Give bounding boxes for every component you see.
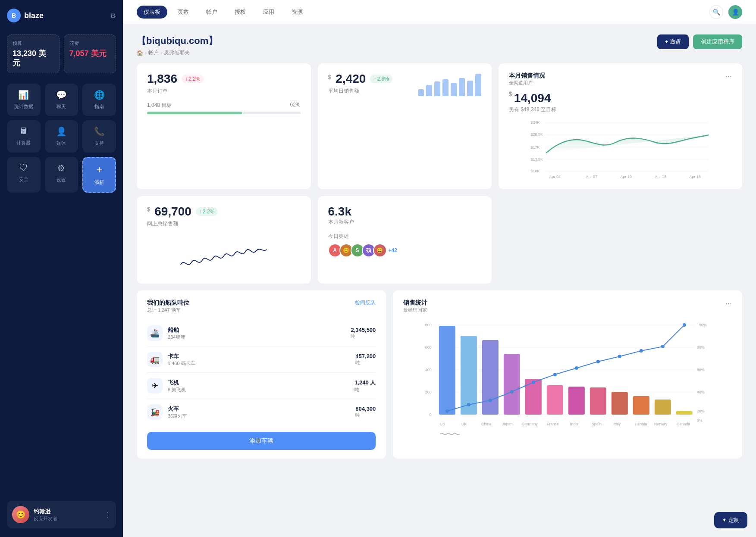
heroes-section: 今日英雄 A 😊 S 碩 😄 +42 [328, 233, 482, 257]
top-nav-actions: 🔍 👤 [709, 5, 742, 19]
fleet-item-ship: 🚢 船舶 234艘艘 2,345,500 吨 [147, 320, 376, 347]
total-sales-value: 69,700 [154, 205, 191, 219]
logo-text: blaze [24, 11, 44, 20]
add-vehicle-button[interactable]: 添加车辆 [147, 432, 376, 450]
tab-account[interactable]: 帐户 [199, 6, 224, 19]
progress-label: 1,048 目标 [147, 102, 172, 109]
user-profile[interactable]: 😊 约翰逊 反应开发者 [12, 506, 57, 523]
orders-label: 本月订单 [147, 87, 301, 95]
fleet-card: 我们的船队吨位 总计 1,247 辆车 检阅舰队 🚢 船舶 234艘艘 [137, 290, 386, 459]
new-customers-label: 本月新客户 [328, 219, 482, 226]
svg-point-32 [467, 403, 471, 406]
bar-spain [590, 387, 606, 415]
svg-text:600: 600 [425, 345, 432, 350]
second-stats-row: $ 69,700 ↑ 2.2% 网上总销售额 6.3k 本月新客户 今日英雄 [137, 196, 742, 284]
budget-value: 13,230 美元 [13, 49, 54, 68]
svg-text:Russia: Russia [635, 422, 647, 426]
avatar-info: 约翰逊 反应开发者 [34, 508, 57, 522]
user-avatar-button[interactable]: 👤 [728, 5, 742, 19]
bar-norway [655, 400, 671, 415]
search-button[interactable]: 🔍 [709, 5, 723, 19]
sidebar-item-stats[interactable]: 📊 统计数据 [7, 84, 41, 116]
stats-row: 1,836 ↓ 2.2% 本月订单 1,048 目标 62% [137, 63, 742, 189]
svg-text:400: 400 [425, 368, 432, 372]
svg-text:$13.5K: $13.5K [531, 157, 543, 162]
svg-point-42 [683, 323, 686, 327]
svg-text:France: France [547, 422, 559, 426]
svg-point-35 [532, 381, 535, 384]
monthly-line-chart: $24K $20.5K $17K $13.5K $10K [509, 119, 732, 181]
sidebar: B blaze ⚙ 预算 13,230 美元 花费 7,057 美元 📊 统计数… [0, 0, 123, 537]
train-count: 36路列车 [168, 413, 187, 419]
svg-point-38 [596, 360, 600, 363]
expense-value: 7,057 美元 [69, 49, 111, 59]
bar-japan [504, 354, 520, 415]
expense-card: 花费 7,057 美元 [64, 34, 116, 73]
avg-sales-info: $ 2,420 ↑ 2.6% 平均日销售额 [328, 72, 392, 102]
page-header: 【biqubiqu.com】 🏠 › 帐户 › 奥弗维耶夫 + 邀请 创建应用程… [137, 34, 742, 56]
avg-sales-value: 2,420 [336, 72, 366, 86]
fleet-link[interactable]: 检阅舰队 [355, 299, 376, 306]
sales-chart-svg: 800 600 400 200 0 100% 80% 60% 40% 20% 0… [403, 318, 732, 439]
sidebar-item-chat[interactable]: 💬 聊天 [45, 84, 78, 116]
monthly-more-btn[interactable]: ··· [725, 72, 732, 81]
ship-unit: 吨 [351, 333, 376, 340]
progress-bar [147, 112, 301, 114]
svg-point-41 [661, 345, 665, 348]
monthly-target: 另有 $48,346 至目标 [509, 106, 732, 113]
train-icon: 🚂 [147, 404, 163, 420]
bar-6 [459, 78, 465, 96]
sidebar-item-media-label: 媒体 [56, 140, 66, 147]
sidebar-item-calc-label: 计算器 [16, 140, 31, 146]
avg-sales-card: $ 2,420 ↑ 2.6% 平均日销售额 [318, 63, 492, 189]
tab-resources[interactable]: 资源 [285, 6, 310, 19]
tab-apps[interactable]: 应用 [256, 6, 281, 19]
sidebar-item-calc[interactable]: 🖩 计算器 [7, 120, 41, 153]
expense-label: 花费 [69, 40, 111, 47]
bar-italy [612, 392, 628, 415]
more-icon[interactable]: ⋮ [104, 511, 111, 519]
tab-dashboard[interactable]: 仪表板 [137, 6, 167, 19]
sidebar-item-add[interactable]: + 添新 [82, 157, 116, 193]
sidebar-item-guide[interactable]: 🌐 指南 [82, 84, 116, 116]
customize-button[interactable]: ✦ 定制 [714, 512, 747, 528]
svg-text:India: India [570, 422, 579, 426]
sidebar-item-security[interactable]: 🛡 安全 [7, 157, 41, 193]
monthly-sales-subtitle: 全渠道用户 [509, 80, 545, 86]
svg-text:UK: UK [461, 422, 467, 426]
bar-germany [525, 379, 542, 415]
bar-china [482, 340, 499, 415]
svg-text:$10K: $10K [531, 169, 540, 173]
sidebar-item-settings[interactable]: ⚙ 设置 [45, 157, 78, 193]
fleet-item-plane: ✈ 飞机 8 架飞机 1,240 人 吨 [147, 373, 376, 399]
tab-auth[interactable]: 授权 [228, 6, 253, 19]
svg-text:$20.5K: $20.5K [531, 132, 543, 137]
settings-icon[interactable]: ⚙ [110, 12, 116, 20]
svg-text:Italy: Italy [614, 422, 621, 426]
dollar-sign: $ [328, 74, 332, 81]
nav-grid: 📊 统计数据 💬 聊天 🌐 指南 🖩 计算器 👤 媒体 📞 支持 🛡 安全 ⚙ [7, 84, 116, 193]
invite-button[interactable]: + 邀请 [657, 34, 689, 49]
svg-text:US: US [440, 422, 445, 426]
fleet-item-truck: 🚛 卡车 1,460 码卡车 457,200 吨 [147, 347, 376, 373]
svg-point-33 [489, 399, 492, 402]
chat-icon: 💬 [56, 90, 67, 100]
sidebar-item-support[interactable]: 📞 支持 [82, 120, 116, 153]
svg-text:100%: 100% [697, 323, 707, 327]
create-app-button[interactable]: 创建应用程序 [693, 34, 742, 49]
gear-icon: ⚙ [57, 163, 65, 173]
bar-7 [467, 81, 473, 96]
tab-pages[interactable]: 页数 [171, 6, 196, 19]
svg-text:Spain: Spain [592, 422, 602, 426]
monthly-dollar: $ [509, 91, 512, 97]
svg-point-36 [553, 373, 557, 376]
ship-count: 234艘艘 [168, 334, 185, 340]
svg-point-37 [575, 366, 578, 370]
svg-text:Apr 07: Apr 07 [586, 175, 598, 179]
sidebar-item-media[interactable]: 👤 媒体 [45, 120, 78, 153]
svg-text:Apr 10: Apr 10 [621, 175, 632, 179]
progress-fill [147, 112, 242, 114]
sales-stats-more-btn[interactable]: ··· [725, 299, 732, 308]
bar-4 [442, 79, 449, 96]
svg-text:Germany: Germany [522, 422, 538, 426]
